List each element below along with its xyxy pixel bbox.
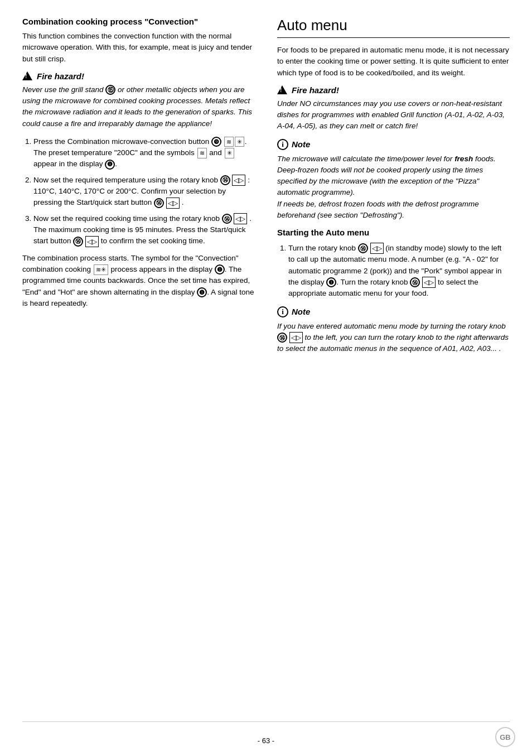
starting-subtitle: Starting the Auto menu <box>277 228 510 237</box>
knob-14-icon-2: ⑭ <box>222 214 232 224</box>
arrows-icon-2: ◁▷ <box>166 198 180 209</box>
warning-triangle-icon <box>22 71 32 80</box>
left-intro: This function combines the convection fu… <box>22 31 255 65</box>
knob-14-icon-3: ⑭ <box>358 243 368 253</box>
knob-14-icon: ⑭ <box>220 175 230 185</box>
wave-symbol: ≋ <box>197 148 207 158</box>
display-icon-3: ❶ <box>197 287 207 297</box>
display-icon-1: ❶ <box>105 160 115 170</box>
left-section-title: Combination cooking process "Convection" <box>22 17 255 26</box>
info-icon-1: i <box>277 139 288 150</box>
start-button-icon-1: ⑭ <box>154 198 164 208</box>
note-1-title: i Note <box>277 139 510 150</box>
right-note-1: i Note The microwave will calculate the … <box>277 139 510 221</box>
arrows-icon-3: ◁▷ <box>234 213 247 224</box>
page-number: - 63 - <box>258 736 274 745</box>
arrows-icon-5: ◁▷ <box>370 243 384 254</box>
right-section-title: Auto menu <box>277 17 510 38</box>
arrows-icon-6: ◁▷ <box>422 277 436 288</box>
note-2-title: i Note <box>277 306 510 317</box>
step-1: Press the Combination microwave-convecti… <box>33 136 255 170</box>
footer-divider <box>22 721 510 722</box>
right-intro: For foods to be prepared in automatic me… <box>277 45 510 79</box>
display-icon-2: ❶ <box>215 264 225 275</box>
star-symbol: ✳ <box>225 148 234 158</box>
auto-step-1: Turn the rotary knob ⑭ ◁▷ (in standby mo… <box>288 243 510 300</box>
left-column: Combination cooking process "Convection"… <box>22 17 255 723</box>
right-column: Auto menu For foods to be prepared in au… <box>277 17 510 723</box>
convection-symbol-2: ✳ <box>235 137 244 147</box>
start-button-icon-2: ⑭ <box>73 237 83 247</box>
footer: - 63 - <box>0 736 532 745</box>
arrows-icon-1: ◁▷ <box>232 175 245 186</box>
left-steps-list: Press the Combination microwave-convecti… <box>22 136 255 247</box>
left-hazard-box: Fire hazard! Never use the grill stand ⑮… <box>22 71 255 129</box>
note-1-text: The microwave will calculate the time/po… <box>277 153 510 221</box>
arrows-icon-7: ◁▷ <box>289 332 303 343</box>
knob-14-icon-5: ⑭ <box>277 333 287 343</box>
country-badge: GB <box>495 727 515 747</box>
continuation-text: The combination process starts. The symb… <box>22 253 255 309</box>
left-hazard-text: Never use the grill stand ⑮ or other met… <box>22 84 255 129</box>
button-9-icon: ❾ <box>211 137 221 147</box>
info-icon-2: i <box>277 306 288 317</box>
left-hazard-title: Fire hazard! <box>22 71 255 81</box>
note-2-text: If you have entered automatic menu mode … <box>277 321 510 355</box>
step-2: Now set the required temperature using t… <box>33 175 255 209</box>
right-note-2: i Note If you have entered automatic men… <box>277 306 510 355</box>
display-icon-4: ❶ <box>326 277 336 287</box>
right-steps-list: Turn the rotary knob ⑭ ◁▷ (in standby mo… <box>277 243 510 300</box>
right-hazard-title: Fire hazard! <box>277 85 510 95</box>
knob-14-icon-4: ⑭ <box>410 277 420 287</box>
step-3: Now set the required cooking time using … <box>33 213 255 247</box>
conv-symbol-combined: ≋✳ <box>94 264 108 275</box>
right-hazard-text: Under NO circumstances may you use cover… <box>277 98 510 132</box>
convection-symbol-1: ≋ <box>224 137 234 147</box>
grill-stand-icon: ⑮ <box>105 85 115 95</box>
warning-triangle-icon-2 <box>277 85 287 94</box>
right-hazard-box: Fire hazard! Under NO circumstances may … <box>277 85 510 132</box>
arrows-icon-4: ◁▷ <box>85 236 99 247</box>
